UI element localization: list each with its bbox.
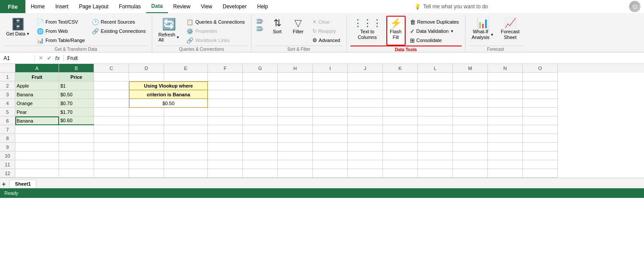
cell-g5[interactable]	[243, 108, 278, 116]
cell-j3[interactable]	[348, 90, 383, 99]
refresh-all-button[interactable]: 🔄 RefreshAll ▼	[156, 16, 182, 46]
menu-search[interactable]: 💡 Tell me what you want to do	[410, 4, 492, 10]
cell-m6[interactable]	[453, 116, 488, 125]
cell-j1[interactable]	[348, 73, 383, 81]
from-table-button[interactable]: 📊 From Table/Range	[34, 36, 88, 45]
cell-f8[interactable]	[208, 134, 243, 143]
workbook-links-button[interactable]: 🔗 Workbook Links	[184, 36, 247, 45]
sheet-tab-sheet1[interactable]: Sheet1	[9, 179, 36, 188]
cell-d4[interactable]: $0.50	[129, 99, 208, 108]
cell-a5[interactable]: Pear	[15, 108, 59, 116]
file-menu-item[interactable]: File	[0, 0, 25, 13]
remove-duplicates-button[interactable]: 🗑 Remove Duplicates	[407, 18, 462, 26]
cell-j4[interactable]	[348, 99, 383, 108]
menu-help[interactable]: Help	[252, 0, 273, 13]
cell-a7[interactable]	[15, 125, 59, 134]
cell-d9[interactable]	[129, 143, 164, 151]
cell-f4[interactable]	[208, 99, 243, 108]
consolidate-button[interactable]: ⊞ Consolidate	[407, 36, 462, 45]
cell-l5[interactable]	[418, 108, 453, 116]
cell-i5[interactable]	[313, 108, 348, 116]
cell-a11[interactable]	[15, 160, 59, 169]
cell-i7[interactable]	[313, 125, 348, 134]
col-header-a[interactable]: A	[15, 64, 59, 73]
cell-m3[interactable]	[453, 90, 488, 99]
cell-j6[interactable]	[348, 116, 383, 125]
cell-o10[interactable]	[523, 151, 558, 160]
cell-f9[interactable]	[208, 143, 243, 151]
cell-o9[interactable]	[523, 143, 558, 151]
sort-button[interactable]: ⇅ Sort	[268, 16, 287, 46]
cell-m9[interactable]	[453, 143, 488, 151]
what-if-analysis-button[interactable]: 📊 What-IfAnalysis ▼	[469, 16, 497, 46]
cell-o6[interactable]	[523, 116, 558, 125]
confirm-formula-icon[interactable]: ✓	[46, 55, 52, 61]
sort-az-button[interactable]: 🔤↑	[255, 18, 265, 25]
cell-a12[interactable]	[15, 169, 59, 178]
flash-fill-button[interactable]: ⚡ FlashFill	[386, 16, 406, 46]
cell-g12[interactable]	[243, 169, 278, 178]
cortana-button[interactable]: ⊙	[629, 1, 640, 12]
cell-l12[interactable]	[418, 169, 453, 178]
properties-button[interactable]: ⚙️ Properties	[184, 27, 247, 35]
cell-e5[interactable]	[164, 108, 208, 116]
cell-f2[interactable]	[208, 81, 243, 90]
existing-connections-button[interactable]: 🔗 Existing Connections	[89, 27, 148, 35]
cell-f1[interactable]	[208, 73, 243, 81]
cell-b5[interactable]: $1.70	[59, 108, 94, 116]
cell-j9[interactable]	[348, 143, 383, 151]
cell-l2[interactable]	[418, 81, 453, 90]
cell-h7[interactable]	[278, 125, 313, 134]
cell-d6[interactable]	[129, 116, 164, 125]
cell-h9[interactable]	[278, 143, 313, 151]
cell-n6[interactable]	[488, 116, 523, 125]
cell-l10[interactable]	[418, 151, 453, 160]
cell-j8[interactable]	[348, 134, 383, 143]
cell-a2[interactable]: Apple	[15, 81, 59, 90]
cell-n4[interactable]	[488, 99, 523, 108]
cell-h1[interactable]	[278, 73, 313, 81]
cell-g9[interactable]	[243, 143, 278, 151]
cell-d1[interactable]	[129, 73, 164, 81]
cell-k8[interactable]	[383, 134, 418, 143]
forecast-sheet-button[interactable]: 📈 ForecastSheet	[498, 16, 522, 46]
cell-n12[interactable]	[488, 169, 523, 178]
cell-l6[interactable]	[418, 116, 453, 125]
cell-a6[interactable]: Banana	[15, 116, 59, 125]
col-header-h[interactable]: H	[278, 64, 313, 73]
cell-d3[interactable]: criterion is Banana	[129, 90, 208, 99]
cell-b4[interactable]: $0.70	[59, 99, 94, 108]
cell-l3[interactable]	[418, 90, 453, 99]
cell-n1[interactable]	[488, 73, 523, 81]
add-sheet-button[interactable]: +	[2, 180, 6, 188]
cell-n5[interactable]	[488, 108, 523, 116]
cell-k10[interactable]	[383, 151, 418, 160]
menu-formulas[interactable]: Formulas	[114, 0, 146, 13]
col-header-c[interactable]: C	[94, 64, 129, 73]
filter-button[interactable]: ▽ Filter	[289, 16, 308, 46]
cell-i2[interactable]	[313, 81, 348, 90]
cell-k6[interactable]	[383, 116, 418, 125]
cell-d2[interactable]: Using Vlookup where	[129, 81, 208, 90]
cell-n3[interactable]	[488, 90, 523, 99]
menu-page-layout[interactable]: Page Layout	[74, 0, 113, 13]
cell-e6[interactable]	[164, 116, 208, 125]
cell-i12[interactable]	[313, 169, 348, 178]
cell-m10[interactable]	[453, 151, 488, 160]
cell-n11[interactable]	[488, 160, 523, 169]
cell-m1[interactable]	[453, 73, 488, 81]
menu-review[interactable]: Review	[168, 0, 196, 13]
cell-n8[interactable]	[488, 134, 523, 143]
get-data-button[interactable]: 🗄️ Get Data ▼	[4, 16, 32, 46]
cell-k11[interactable]	[383, 160, 418, 169]
cell-f12[interactable]	[208, 169, 243, 178]
text-to-columns-button[interactable]: ⋮⋮⋮ Text toColumns	[350, 16, 385, 46]
cell-l7[interactable]	[418, 125, 453, 134]
col-header-f[interactable]: F	[208, 64, 243, 73]
cell-f5[interactable]	[208, 108, 243, 116]
queries-connections-button[interactable]: 📋 Queries & Connections	[184, 18, 247, 26]
data-validation-button[interactable]: ✓ Data Validation ▼	[407, 27, 462, 35]
cell-d12[interactable]	[129, 169, 164, 178]
col-header-j[interactable]: J	[348, 64, 383, 73]
cell-l1[interactable]	[418, 73, 453, 81]
